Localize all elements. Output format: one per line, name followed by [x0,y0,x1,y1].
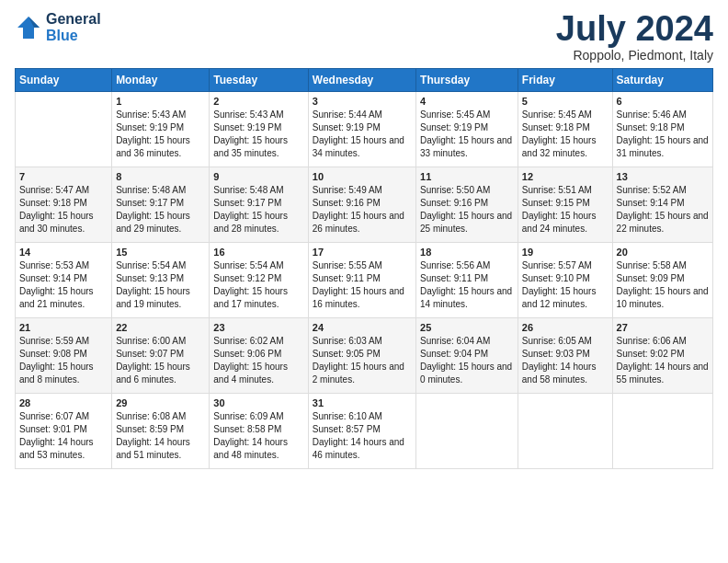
week-row-4: 21Sunrise: 5:59 AMSunset: 9:08 PMDayligh… [16,318,713,394]
daylight-text: Daylight: 15 hours and 4 minutes. [213,362,288,385]
day-number: 25 [420,322,514,333]
sunrise-text: Sunrise: 6:07 AM [19,411,89,421]
day-number: 16 [213,247,303,258]
sunrise-text: Sunrise: 6:05 AM [522,336,592,346]
day-number: 13 [617,171,709,182]
cell-info: Sunrise: 5:54 AMSunset: 9:13 PMDaylight:… [116,259,205,311]
sunset-text: Sunset: 9:11 PM [420,273,488,283]
sunrise-text: Sunrise: 6:02 AM [213,336,283,346]
day-number: 12 [522,171,609,182]
daylight-text: Daylight: 15 hours and 34 minutes. [313,135,404,158]
daylight-text: Daylight: 14 hours and 48 minutes. [213,437,288,460]
sunset-text: Sunset: 9:06 PM [213,349,281,359]
day-number: 28 [19,397,108,408]
cell-info: Sunrise: 5:46 AMSunset: 9:18 PMDaylight:… [617,109,709,160]
cell-info: Sunrise: 5:48 AMSunset: 9:17 PMDaylight:… [116,184,205,236]
cell-w5-d1: 28Sunrise: 6:07 AMSunset: 9:01 PMDayligh… [16,394,112,469]
day-number: 17 [313,247,412,258]
cell-info: Sunrise: 6:03 AMSunset: 9:05 PMDaylight:… [313,335,412,386]
daylight-text: Daylight: 15 hours and 17 minutes. [213,286,288,309]
cell-w4-d3: 23Sunrise: 6:02 AMSunset: 9:06 PMDayligh… [210,318,308,394]
daylight-text: Daylight: 15 hours and 12 minutes. [522,286,597,309]
cell-info: Sunrise: 5:53 AMSunset: 9:14 PMDaylight:… [19,259,108,311]
sunset-text: Sunset: 9:10 PM [522,273,590,283]
title-area: July 2024 Roppolo, Piedmont, Italy [556,11,713,63]
daylight-text: Daylight: 15 hours and 35 minutes. [213,135,288,158]
sunrise-text: Sunrise: 5:54 AM [213,260,283,270]
sunset-text: Sunset: 9:14 PM [19,273,87,283]
cell-w3-d5: 18Sunrise: 5:56 AMSunset: 9:11 PMDayligh… [416,243,518,318]
sunrise-text: Sunrise: 5:53 AM [19,260,89,270]
daylight-text: Daylight: 15 hours and 31 minutes. [617,135,709,158]
header-row: Sunday Monday Tuesday Wednesday Thursday… [16,69,713,92]
col-sunday: Sunday [16,69,112,92]
daylight-text: Daylight: 15 hours and 6 minutes. [116,362,190,385]
cell-w5-d5 [416,394,518,469]
sunrise-text: Sunrise: 5:47 AM [19,185,89,195]
day-number: 23 [213,322,303,333]
cell-info: Sunrise: 6:02 AMSunset: 9:06 PMDaylight:… [213,335,303,386]
cell-info: Sunrise: 5:43 AMSunset: 9:19 PMDaylight:… [213,109,303,160]
sunset-text: Sunset: 9:02 PM [617,349,685,359]
cell-info: Sunrise: 5:43 AMSunset: 9:19 PMDaylight:… [116,109,205,160]
sunrise-text: Sunrise: 5:46 AM [617,109,687,120]
day-number: 18 [420,247,514,258]
sunrise-text: Sunrise: 5:48 AM [116,185,186,195]
day-number: 29 [116,397,205,408]
col-thursday: Thursday [416,69,518,92]
daylight-text: Daylight: 15 hours and 32 minutes. [522,135,597,158]
day-number: 24 [313,322,412,333]
daylight-text: Daylight: 15 hours and 33 minutes. [420,135,512,158]
sunrise-text: Sunrise: 5:43 AM [116,109,186,120]
sunrise-text: Sunrise: 5:48 AM [213,185,283,195]
daylight-text: Daylight: 15 hours and 28 minutes. [213,211,288,234]
cell-info: Sunrise: 5:45 AMSunset: 9:19 PMDaylight:… [420,109,514,160]
col-monday: Monday [112,69,210,92]
sunset-text: Sunset: 9:05 PM [313,349,381,359]
cell-w5-d3: 30Sunrise: 6:09 AMSunset: 8:58 PMDayligh… [210,394,308,469]
cell-w5-d7 [612,394,712,469]
sunset-text: Sunset: 9:19 PM [420,122,488,132]
cell-info: Sunrise: 6:09 AMSunset: 8:58 PMDaylight:… [213,410,303,462]
logo-text: General Blue [46,11,101,44]
sunset-text: Sunset: 9:12 PM [213,273,281,283]
sunset-text: Sunset: 8:58 PM [213,424,281,434]
location: Roppolo, Piedmont, Italy [556,48,713,63]
cell-info: Sunrise: 6:06 AMSunset: 9:02 PMDaylight:… [617,335,709,386]
sunset-text: Sunset: 9:19 PM [213,122,281,132]
sunset-text: Sunset: 9:01 PM [19,424,87,434]
cell-w1-d1 [16,92,112,167]
cell-info: Sunrise: 5:47 AMSunset: 9:18 PMDaylight:… [19,184,108,236]
cell-w4-d1: 21Sunrise: 5:59 AMSunset: 9:08 PMDayligh… [16,318,112,394]
sunrise-text: Sunrise: 5:49 AM [313,185,382,195]
day-number: 1 [116,96,205,107]
cell-w4-d4: 24Sunrise: 6:03 AMSunset: 9:05 PMDayligh… [308,318,415,394]
cell-w3-d3: 16Sunrise: 5:54 AMSunset: 9:12 PMDayligh… [210,243,308,318]
page-container: General Blue July 2024 Roppolo, Piedmont… [0,0,728,477]
day-number: 8 [116,171,205,182]
cell-w3-d7: 20Sunrise: 5:58 AMSunset: 9:09 PMDayligh… [612,243,712,318]
sunrise-text: Sunrise: 5:44 AM [313,109,382,120]
col-wednesday: Wednesday [308,69,415,92]
day-number: 26 [522,322,609,333]
cell-w2-d5: 11Sunrise: 5:50 AMSunset: 9:16 PMDayligh… [416,167,518,243]
cell-w4-d6: 26Sunrise: 6:05 AMSunset: 9:03 PMDayligh… [518,318,612,394]
cell-w2-d1: 7Sunrise: 5:47 AMSunset: 9:18 PMDaylight… [16,167,112,243]
cell-w1-d5: 4Sunrise: 5:45 AMSunset: 9:19 PMDaylight… [416,92,518,167]
sunset-text: Sunset: 9:16 PM [420,198,488,208]
daylight-text: Daylight: 14 hours and 55 minutes. [617,362,709,385]
sunrise-text: Sunrise: 5:45 AM [420,109,490,120]
day-number: 30 [213,397,303,408]
sunrise-text: Sunrise: 5:56 AM [420,260,490,270]
sunrise-text: Sunrise: 6:00 AM [116,336,186,346]
col-saturday: Saturday [612,69,712,92]
daylight-text: Daylight: 15 hours and 0 minutes. [420,362,512,385]
day-number: 7 [19,171,108,182]
sunset-text: Sunset: 9:09 PM [617,273,685,283]
day-number: 5 [522,96,609,107]
daylight-text: Daylight: 15 hours and 26 minutes. [313,211,404,234]
day-number: 31 [313,397,412,408]
cell-info: Sunrise: 5:44 AMSunset: 9:19 PMDaylight:… [313,109,412,160]
cell-w2-d3: 9Sunrise: 5:48 AMSunset: 9:17 PMDaylight… [210,167,308,243]
daylight-text: Daylight: 15 hours and 22 minutes. [617,211,709,234]
